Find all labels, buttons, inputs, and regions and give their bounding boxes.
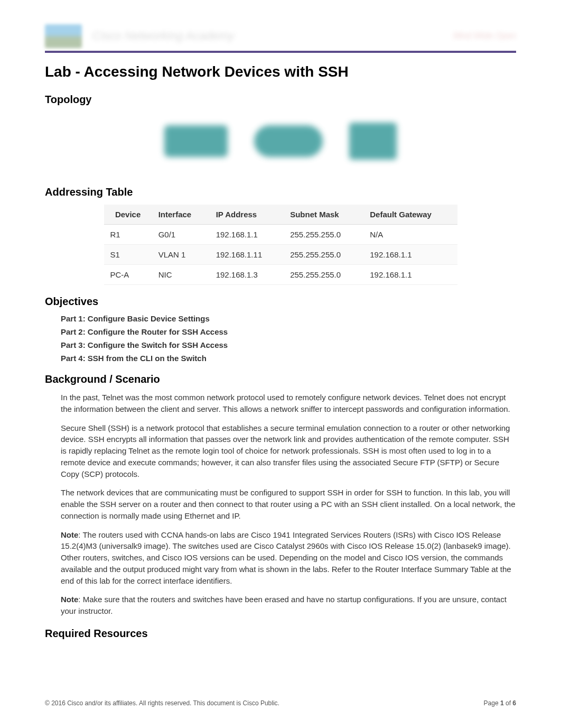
section-background-heading: Background / Scenario — [45, 373, 516, 385]
objective-item: Part 4: SSH from the CLI on the Switch — [61, 354, 516, 363]
cisco-logo-icon — [45, 24, 82, 48]
cell: 192.168.1.1 — [363, 245, 457, 265]
footer-of: of — [504, 699, 513, 707]
pc-icon — [349, 123, 397, 160]
objective-item: Part 2: Configure the Router for SSH Acc… — [61, 327, 516, 336]
footer-page-number: Page 1 of 6 — [484, 699, 516, 707]
table-header-row: Device Interface IP Address Subnet Mask … — [104, 205, 457, 225]
cell: R1 — [104, 225, 152, 245]
table-row: S1 VLAN 1 192.168.1.11 255.255.255.0 192… — [104, 245, 457, 265]
document-title: Lab - Accessing Network Devices with SSH — [45, 63, 516, 80]
cell: NIC — [152, 265, 210, 285]
cell: 255.255.255.0 — [284, 225, 363, 245]
header-bar: Cisco Networking Academy Mind Wide Open — [45, 21, 516, 53]
section-addressing-heading: Addressing Table — [45, 186, 516, 198]
col-device: Device — [104, 205, 152, 225]
col-subnet: Subnet Mask — [284, 205, 363, 225]
paragraph: In the past, Telnet was the most common … — [61, 392, 516, 415]
col-interface: Interface — [152, 205, 210, 225]
col-gateway: Default Gateway — [363, 205, 457, 225]
header-center-text: Cisco Networking Academy — [92, 29, 453, 43]
section-resources-heading: Required Resources — [45, 628, 516, 640]
topology-diagram — [45, 112, 516, 176]
cell: 192.168.1.11 — [210, 245, 284, 265]
table-row: R1 G0/1 192.168.1.1 255.255.255.0 N/A — [104, 225, 457, 245]
objectives-list: Part 1: Configure Basic Device Settings … — [61, 314, 516, 363]
table-row: PC-A NIC 192.168.1.3 255.255.255.0 192.1… — [104, 265, 457, 285]
cell: G0/1 — [152, 225, 210, 245]
router-icon — [254, 125, 323, 157]
cell: 192.168.1.1 — [363, 265, 457, 285]
objective-item: Part 1: Configure Basic Device Settings — [61, 314, 516, 323]
paragraph-note: Note: The routers used with CCNA hands-o… — [61, 529, 516, 587]
note-prefix: Note — [61, 530, 78, 539]
section-topology-heading: Topology — [45, 94, 516, 106]
switch-icon — [164, 125, 228, 157]
cell: PC-A — [104, 265, 152, 285]
note-prefix: Note — [61, 595, 78, 604]
footer-copyright: © 2016 Cisco and/or its affiliates. All … — [45, 699, 279, 707]
footer-page-prefix: Page — [484, 699, 500, 707]
paragraph: Secure Shell (SSH) is a network protocol… — [61, 422, 516, 480]
document-page: Cisco Networking Academy Mind Wide Open … — [0, 0, 561, 728]
cell: N/A — [363, 225, 457, 245]
note-text: : Make sure that the routers and switche… — [61, 595, 507, 615]
footer-total-pages: 6 — [512, 699, 516, 707]
addressing-table: Device Interface IP Address Subnet Mask … — [104, 205, 457, 285]
cell: 255.255.255.0 — [284, 245, 363, 265]
section-objectives-heading: Objectives — [45, 296, 516, 308]
paragraph-note: Note: Make sure that the routers and swi… — [61, 594, 516, 617]
cell: 255.255.255.0 — [284, 265, 363, 285]
objective-item: Part 3: Configure the Switch for SSH Acc… — [61, 340, 516, 349]
paragraph: The network devices that are communicati… — [61, 487, 516, 521]
note-text: : The routers used with CCNA hands-on la… — [61, 530, 511, 585]
cell: 192.168.1.3 — [210, 265, 284, 285]
page-footer: © 2016 Cisco and/or its affiliates. All … — [45, 699, 516, 707]
header-right-text: Mind Wide Open — [453, 31, 516, 41]
cell: S1 — [104, 245, 152, 265]
footer-current-page: 1 — [500, 699, 504, 707]
cell: VLAN 1 — [152, 245, 210, 265]
cell: 192.168.1.1 — [210, 225, 284, 245]
col-ip: IP Address — [210, 205, 284, 225]
